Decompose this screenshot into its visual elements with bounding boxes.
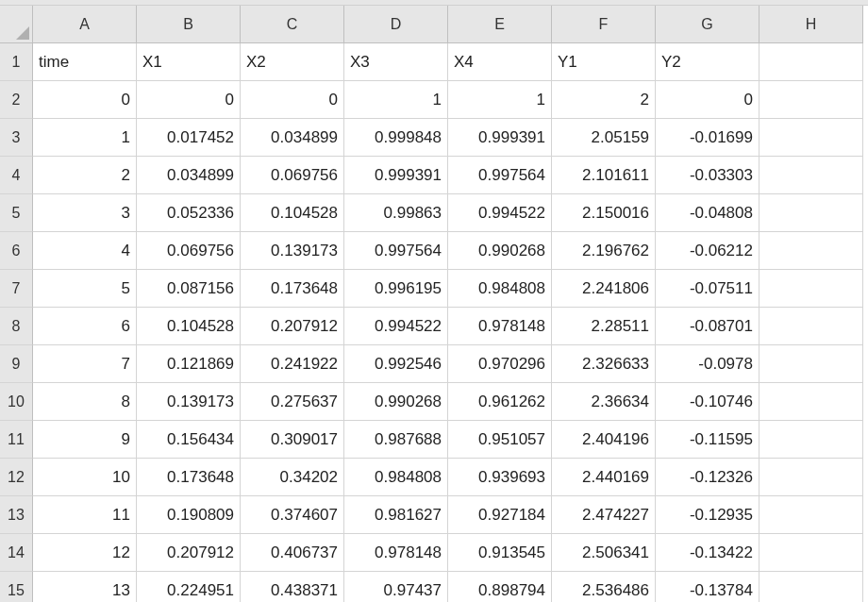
column-header-B[interactable]: B — [137, 6, 241, 43]
cell-A14[interactable]: 12 — [33, 534, 137, 572]
cell-G6[interactable]: -0.06212 — [656, 232, 760, 270]
cell-D1[interactable]: X3 — [344, 43, 448, 81]
cell-G2[interactable]: 0 — [656, 81, 760, 119]
cell-C5[interactable]: 0.104528 — [241, 194, 344, 232]
cell-E5[interactable]: 0.994522 — [448, 194, 552, 232]
cell-D9[interactable]: 0.992546 — [344, 345, 448, 383]
cell-A9[interactable]: 7 — [33, 345, 137, 383]
cell-A4[interactable]: 2 — [33, 157, 137, 194]
spreadsheet-grid[interactable]: ABCDEFGH1timeX1X2X3X4Y1Y220001120310.017… — [0, 6, 868, 602]
row-header-7[interactable]: 7 — [0, 270, 33, 308]
cell-C3[interactable]: 0.034899 — [241, 119, 344, 157]
cell-C15[interactable]: 0.438371 — [241, 572, 344, 602]
row-header-9[interactable]: 9 — [0, 345, 33, 383]
row-header-10[interactable]: 10 — [0, 383, 33, 421]
column-header-D[interactable]: D — [344, 6, 448, 43]
cell-E7[interactable]: 0.984808 — [448, 270, 552, 308]
cell-A15[interactable]: 13 — [33, 572, 137, 602]
cell-G11[interactable]: -0.11595 — [656, 421, 760, 459]
cell-B12[interactable]: 0.173648 — [137, 459, 241, 496]
cell-A11[interactable]: 9 — [33, 421, 137, 459]
cell-F8[interactable]: 2.28511 — [552, 308, 656, 345]
cell-B10[interactable]: 0.139173 — [137, 383, 241, 421]
cell-E1[interactable]: X4 — [448, 43, 552, 81]
cell-H9[interactable] — [760, 345, 863, 383]
row-header-15[interactable]: 15 — [0, 572, 33, 602]
cell-D8[interactable]: 0.994522 — [344, 308, 448, 345]
cell-F9[interactable]: 2.326633 — [552, 345, 656, 383]
select-all-corner[interactable] — [0, 6, 33, 43]
cell-H2[interactable] — [760, 81, 863, 119]
cell-F14[interactable]: 2.506341 — [552, 534, 656, 572]
cell-H14[interactable] — [760, 534, 863, 572]
cell-G7[interactable]: -0.07511 — [656, 270, 760, 308]
cell-D7[interactable]: 0.996195 — [344, 270, 448, 308]
row-header-11[interactable]: 11 — [0, 421, 33, 459]
cell-H7[interactable] — [760, 270, 863, 308]
column-header-C[interactable]: C — [241, 6, 344, 43]
cell-D2[interactable]: 1 — [344, 81, 448, 119]
cell-G15[interactable]: -0.13784 — [656, 572, 760, 602]
cell-A3[interactable]: 1 — [33, 119, 137, 157]
column-header-E[interactable]: E — [448, 6, 552, 43]
cell-F1[interactable]: Y1 — [552, 43, 656, 81]
cell-F6[interactable]: 2.196762 — [552, 232, 656, 270]
cell-E15[interactable]: 0.898794 — [448, 572, 552, 602]
cell-E6[interactable]: 0.990268 — [448, 232, 552, 270]
cell-F15[interactable]: 2.536486 — [552, 572, 656, 602]
cell-G9[interactable]: -0.0978 — [656, 345, 760, 383]
cell-D3[interactable]: 0.999848 — [344, 119, 448, 157]
cell-D10[interactable]: 0.990268 — [344, 383, 448, 421]
cell-E14[interactable]: 0.913545 — [448, 534, 552, 572]
cell-B2[interactable]: 0 — [137, 81, 241, 119]
cell-D12[interactable]: 0.984808 — [344, 459, 448, 496]
cell-H8[interactable] — [760, 308, 863, 345]
cell-F2[interactable]: 2 — [552, 81, 656, 119]
cell-D5[interactable]: 0.99863 — [344, 194, 448, 232]
cell-A1[interactable]: time — [33, 43, 137, 81]
cell-A13[interactable]: 11 — [33, 496, 137, 534]
cell-D4[interactable]: 0.999391 — [344, 157, 448, 194]
cell-C14[interactable]: 0.406737 — [241, 534, 344, 572]
cell-B9[interactable]: 0.121869 — [137, 345, 241, 383]
cell-E3[interactable]: 0.999391 — [448, 119, 552, 157]
row-header-12[interactable]: 12 — [0, 459, 33, 496]
cell-G5[interactable]: -0.04808 — [656, 194, 760, 232]
cell-A6[interactable]: 4 — [33, 232, 137, 270]
column-header-F[interactable]: F — [552, 6, 656, 43]
row-header-1[interactable]: 1 — [0, 43, 33, 81]
cell-H6[interactable] — [760, 232, 863, 270]
cell-E11[interactable]: 0.951057 — [448, 421, 552, 459]
cell-A12[interactable]: 10 — [33, 459, 137, 496]
cell-B15[interactable]: 0.224951 — [137, 572, 241, 602]
cell-E8[interactable]: 0.978148 — [448, 308, 552, 345]
cell-F11[interactable]: 2.404196 — [552, 421, 656, 459]
cell-H1[interactable] — [760, 43, 863, 81]
cell-B4[interactable]: 0.034899 — [137, 157, 241, 194]
cell-F5[interactable]: 2.150016 — [552, 194, 656, 232]
cell-A8[interactable]: 6 — [33, 308, 137, 345]
cell-G3[interactable]: -0.01699 — [656, 119, 760, 157]
cell-C9[interactable]: 0.241922 — [241, 345, 344, 383]
cell-B8[interactable]: 0.104528 — [137, 308, 241, 345]
cell-E13[interactable]: 0.927184 — [448, 496, 552, 534]
cell-C11[interactable]: 0.309017 — [241, 421, 344, 459]
row-header-2[interactable]: 2 — [0, 81, 33, 119]
cell-E10[interactable]: 0.961262 — [448, 383, 552, 421]
cell-B11[interactable]: 0.156434 — [137, 421, 241, 459]
cell-H4[interactable] — [760, 157, 863, 194]
cell-C6[interactable]: 0.139173 — [241, 232, 344, 270]
cell-D13[interactable]: 0.981627 — [344, 496, 448, 534]
cell-D14[interactable]: 0.978148 — [344, 534, 448, 572]
cell-B13[interactable]: 0.190809 — [137, 496, 241, 534]
column-header-H[interactable]: H — [760, 6, 863, 43]
cell-A5[interactable]: 3 — [33, 194, 137, 232]
cell-H12[interactable] — [760, 459, 863, 496]
cell-B3[interactable]: 0.017452 — [137, 119, 241, 157]
cell-H5[interactable] — [760, 194, 863, 232]
cell-G12[interactable]: -0.12326 — [656, 459, 760, 496]
cell-B1[interactable]: X1 — [137, 43, 241, 81]
cell-C10[interactable]: 0.275637 — [241, 383, 344, 421]
cell-F7[interactable]: 2.241806 — [552, 270, 656, 308]
cell-H15[interactable] — [760, 572, 863, 602]
